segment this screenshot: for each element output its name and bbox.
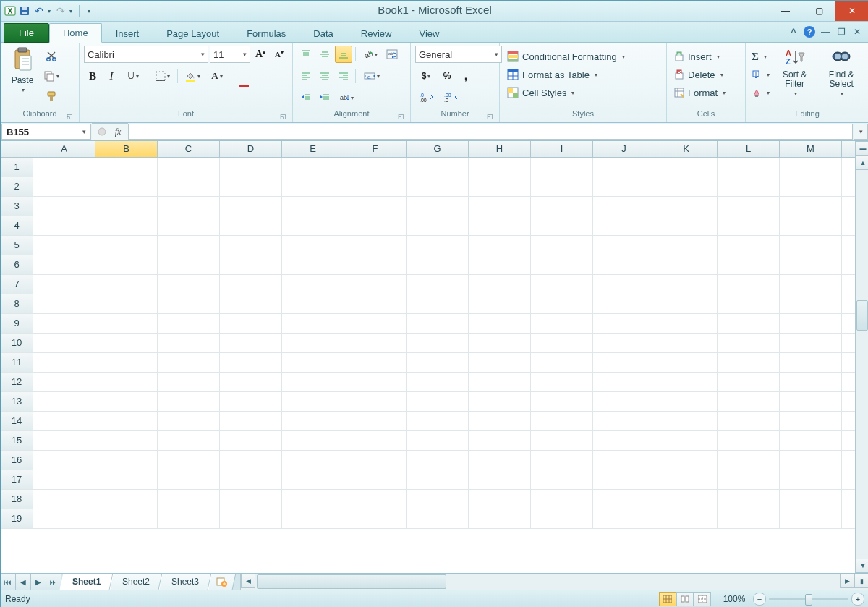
cell[interactable] bbox=[469, 392, 531, 411]
redo-dropdown[interactable]: ▾ bbox=[67, 4, 75, 17]
decrease-decimal-button[interactable]: .00.0 bbox=[440, 89, 463, 106]
row-header[interactable]: 5 bbox=[1, 236, 33, 255]
cell[interactable] bbox=[469, 412, 531, 430]
cell[interactable] bbox=[158, 158, 220, 177]
column-header[interactable]: K bbox=[655, 141, 718, 157]
cell[interactable] bbox=[469, 431, 531, 450]
cell[interactable] bbox=[33, 431, 95, 450]
cell[interactable] bbox=[407, 431, 469, 450]
cell[interactable] bbox=[220, 236, 282, 255]
font-color-button[interactable]: A▾ bbox=[205, 67, 229, 85]
cell[interactable] bbox=[407, 255, 469, 274]
cell[interactable] bbox=[531, 255, 593, 274]
cell[interactable] bbox=[95, 236, 158, 255]
excel-icon[interactable]: X bbox=[4, 4, 17, 17]
accounting-format-button[interactable]: $▾ bbox=[415, 67, 437, 85]
help-icon[interactable]: ? bbox=[804, 26, 815, 38]
cell[interactable] bbox=[407, 314, 469, 333]
sheet-nav-first[interactable]: ⏮ bbox=[1, 574, 16, 590]
horizontal-scrollbar[interactable]: ◀ ▶ ▮ bbox=[240, 574, 868, 590]
increase-indent-button[interactable] bbox=[316, 89, 333, 106]
cell[interactable] bbox=[158, 177, 220, 196]
row-header[interactable]: 16 bbox=[1, 451, 33, 470]
row-header[interactable]: 7 bbox=[1, 275, 33, 294]
cell[interactable] bbox=[282, 373, 344, 391]
sort-filter-button[interactable]: AZ Sort & Filter▾ bbox=[774, 46, 815, 98]
cut-button[interactable] bbox=[43, 47, 60, 64]
cell[interactable] bbox=[220, 431, 282, 450]
cell[interactable] bbox=[780, 431, 842, 450]
hscroll-thumb[interactable] bbox=[257, 574, 446, 589]
cell[interactable] bbox=[593, 294, 655, 313]
zoom-level[interactable]: 100% bbox=[718, 594, 750, 604]
cell[interactable] bbox=[220, 373, 282, 391]
clipboard-launcher[interactable]: ◱ bbox=[64, 111, 75, 122]
cell[interactable] bbox=[33, 334, 95, 352]
cell[interactable] bbox=[344, 158, 407, 177]
cell[interactable] bbox=[655, 158, 718, 177]
cell[interactable] bbox=[33, 353, 95, 372]
cell[interactable] bbox=[95, 470, 158, 489]
cell[interactable] bbox=[531, 353, 593, 372]
cell[interactable] bbox=[282, 451, 344, 470]
cell[interactable] bbox=[718, 470, 780, 489]
cell[interactable] bbox=[407, 236, 469, 255]
cell[interactable] bbox=[655, 314, 718, 333]
cell[interactable] bbox=[344, 197, 407, 216]
cell[interactable] bbox=[531, 236, 593, 255]
font-launcher[interactable]: ◱ bbox=[278, 111, 288, 122]
cell[interactable] bbox=[593, 255, 655, 274]
insert-cells-button[interactable]: Insert▾ bbox=[671, 48, 723, 64]
cell[interactable] bbox=[344, 177, 407, 196]
cell[interactable] bbox=[593, 451, 655, 470]
cell[interactable] bbox=[95, 216, 158, 235]
cell[interactable] bbox=[593, 158, 655, 177]
cell[interactable] bbox=[655, 412, 718, 430]
number-launcher[interactable]: ◱ bbox=[485, 111, 495, 122]
cell[interactable] bbox=[531, 490, 593, 509]
cell[interactable] bbox=[33, 236, 95, 255]
cell[interactable] bbox=[469, 509, 531, 528]
cell[interactable] bbox=[780, 275, 842, 294]
text-direction-button[interactable]: ab▾ bbox=[335, 89, 358, 106]
cell[interactable] bbox=[718, 392, 780, 411]
row-header[interactable]: 15 bbox=[1, 431, 33, 450]
clear-button[interactable]: ▾ bbox=[750, 85, 771, 101]
cell[interactable] bbox=[95, 255, 158, 274]
column-header[interactable]: E bbox=[282, 141, 344, 157]
cell[interactable] bbox=[780, 490, 842, 509]
cell[interactable] bbox=[718, 353, 780, 372]
cell[interactable] bbox=[469, 177, 531, 196]
tab-formulas[interactable]: Formulas bbox=[233, 24, 299, 43]
cell[interactable] bbox=[407, 412, 469, 430]
cell[interactable] bbox=[531, 509, 593, 528]
cell[interactable] bbox=[282, 255, 344, 274]
minimize-button[interactable]: — bbox=[769, 1, 802, 21]
column-header[interactable]: L bbox=[718, 141, 780, 157]
cell[interactable] bbox=[593, 431, 655, 450]
cell[interactable] bbox=[33, 177, 95, 196]
cell[interactable] bbox=[655, 431, 718, 450]
cell[interactable] bbox=[780, 353, 842, 372]
cell[interactable] bbox=[344, 353, 407, 372]
align-right-button[interactable] bbox=[335, 67, 352, 85]
cell[interactable] bbox=[655, 509, 718, 528]
cell[interactable] bbox=[344, 490, 407, 509]
hscroll-track[interactable] bbox=[255, 574, 840, 590]
cell[interactable] bbox=[780, 216, 842, 235]
cell[interactable] bbox=[158, 412, 220, 430]
cell[interactable] bbox=[282, 392, 344, 411]
cell[interactable] bbox=[469, 158, 531, 177]
cell[interactable] bbox=[593, 353, 655, 372]
cell[interactable] bbox=[95, 490, 158, 509]
copy-button[interactable]: ▾ bbox=[43, 67, 60, 85]
cell[interactable] bbox=[344, 216, 407, 235]
tab-view[interactable]: View bbox=[405, 24, 453, 43]
cell[interactable] bbox=[469, 334, 531, 352]
row-header[interactable]: 14 bbox=[1, 412, 33, 430]
cell[interactable] bbox=[593, 236, 655, 255]
cell[interactable] bbox=[33, 392, 95, 411]
row-header[interactable]: 8 bbox=[1, 294, 33, 313]
scroll-split-button[interactable]: ▬ bbox=[856, 141, 868, 156]
cell[interactable] bbox=[780, 236, 842, 255]
